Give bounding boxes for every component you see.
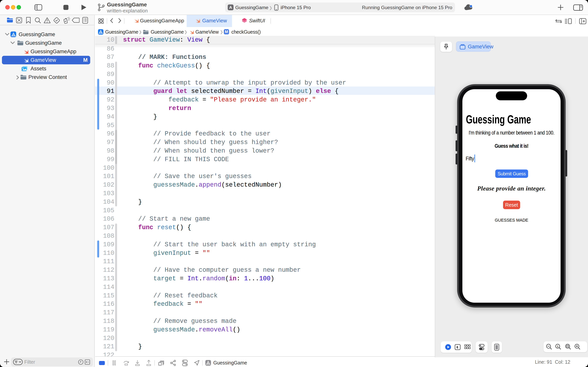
svg-text:1: 1	[557, 345, 558, 348]
